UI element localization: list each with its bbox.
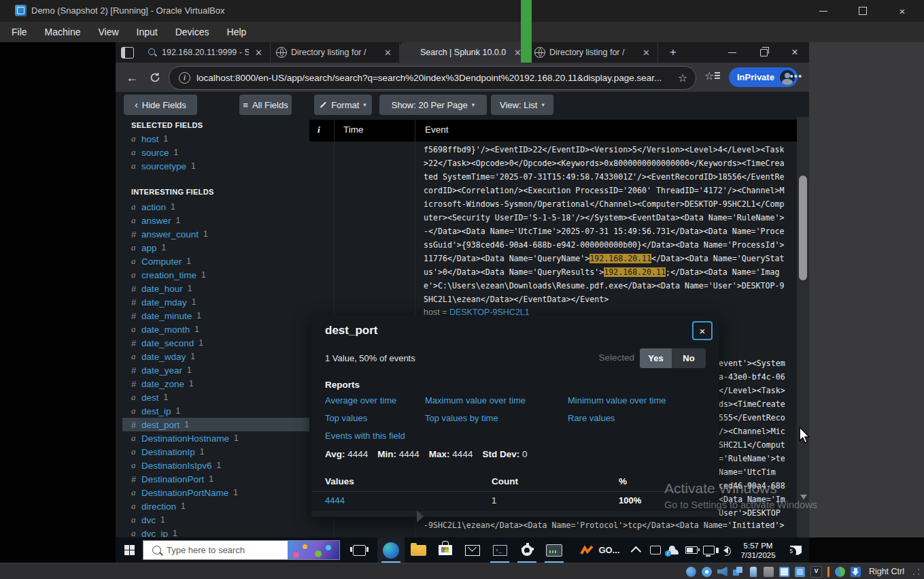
menu-help[interactable]: Help bbox=[218, 22, 256, 42]
selected-no-button[interactable]: No bbox=[672, 348, 706, 368]
browser-tab[interactable]: 192.168.20.11:9999 - Sea✕ bbox=[141, 42, 271, 63]
menu-view[interactable]: View bbox=[89, 22, 127, 42]
taskbar-store-button[interactable] bbox=[432, 537, 459, 563]
taskbar-settings-button[interactable] bbox=[513, 537, 541, 563]
field-link[interactable]: date_year bbox=[141, 365, 182, 376]
field-item-date_zone[interactable]: #date_zone1 bbox=[116, 377, 309, 391]
resize-grip[interactable] bbox=[912, 568, 920, 576]
field-item-date_hour[interactable]: #date_hour1 bbox=[116, 282, 309, 295]
action-center-button[interactable]: 5 bbox=[783, 537, 808, 563]
taskbar-clock[interactable]: 5:57 PM 7/31/2025 bbox=[736, 537, 781, 563]
menu-file[interactable]: File bbox=[3, 22, 36, 42]
scrollbar-thumb[interactable] bbox=[799, 176, 807, 280]
tab-close-icon[interactable]: ✕ bbox=[253, 48, 264, 58]
field-link[interactable]: dest_port bbox=[141, 420, 179, 430]
taskbar-terminal-button[interactable]: ›_ bbox=[486, 537, 513, 563]
field-link[interactable]: date_wday bbox=[141, 352, 186, 362]
audio-icon[interactable] bbox=[717, 567, 728, 577]
field-item-dvc_ip[interactable]: advc_ip1 bbox=[116, 527, 309, 537]
report-link-minimum-value-over-time[interactable]: Minimum value over time bbox=[568, 395, 666, 406]
field-item-app[interactable]: aapp1 bbox=[116, 241, 309, 254]
field-item-date_second[interactable]: #date_second1 bbox=[116, 336, 309, 350]
selected-yes-button[interactable]: Yes bbox=[640, 348, 672, 368]
browser-restore-button[interactable] bbox=[748, 42, 779, 63]
field-item-DestinationIp[interactable]: aDestinationIp1 bbox=[116, 445, 309, 459]
view-mode-button[interactable]: View: List ▾ bbox=[491, 95, 553, 115]
taskbar-go-app-button[interactable]: GO... bbox=[575, 537, 626, 563]
menu-devices[interactable]: Devices bbox=[167, 22, 218, 42]
taskbar-edge-button[interactable] bbox=[377, 537, 405, 563]
taskbar-mail-button[interactable] bbox=[459, 537, 486, 563]
browser-minimize-button[interactable] bbox=[717, 42, 748, 63]
field-link[interactable]: date_second bbox=[141, 338, 194, 348]
tray-volume-icon[interactable] bbox=[717, 537, 734, 563]
field-link[interactable]: host bbox=[141, 134, 159, 144]
field-link[interactable]: source bbox=[141, 148, 169, 158]
browser-tab[interactable]: Directory listing for /✕ bbox=[271, 42, 400, 63]
field-item-source[interactable]: asource1 bbox=[116, 146, 309, 159]
task-view-button[interactable] bbox=[347, 537, 371, 563]
report-link-rare-values[interactable]: Rare values bbox=[568, 413, 615, 423]
field-link[interactable]: dest_ip bbox=[141, 406, 171, 416]
field-item-answer[interactable]: aanswer1 bbox=[116, 214, 309, 227]
field-link[interactable]: DestinationIsIpv6 bbox=[141, 461, 212, 471]
field-item-action[interactable]: aaction1 bbox=[116, 200, 309, 214]
minimize-button[interactable] bbox=[808, 0, 839, 22]
virtualization-features-icon[interactable]: V bbox=[810, 566, 822, 578]
field-link[interactable]: DestinationIp bbox=[141, 447, 195, 457]
mouse-integration-icon[interactable] bbox=[835, 567, 845, 577]
field-link[interactable]: date_minute bbox=[141, 311, 192, 321]
per-page-button[interactable]: Show: 20 Per Page ▾ bbox=[379, 95, 487, 115]
favorites-hub-icon[interactable]: ☆ bbox=[704, 69, 714, 82]
report-link-top-values[interactable]: Top values bbox=[325, 413, 367, 423]
value-link[interactable]: 4444 bbox=[325, 495, 345, 506]
browser-menu-button[interactable]: ••• bbox=[787, 68, 805, 86]
browser-close-button[interactable]: × bbox=[779, 42, 810, 63]
field-link[interactable]: sourcetype bbox=[141, 161, 186, 171]
field-link[interactable]: date_month bbox=[141, 325, 190, 335]
taskbar-monitor-app-button[interactable] bbox=[541, 537, 568, 563]
network-adapter-icon[interactable] bbox=[733, 567, 743, 577]
hide-fields-button[interactable]: ‹ Hide Fields bbox=[124, 95, 197, 115]
format-button[interactable]: Format ▾ bbox=[314, 95, 372, 115]
field-item-date_wday[interactable]: adate_wday1 bbox=[116, 350, 309, 363]
tray-camera-icon[interactable] bbox=[647, 537, 664, 563]
field-link[interactable]: date_mday bbox=[141, 297, 187, 308]
recording-icon[interactable] bbox=[795, 567, 805, 577]
field-link[interactable]: dvc bbox=[141, 515, 156, 525]
field-item-date_year[interactable]: #date_year1 bbox=[116, 363, 309, 377]
taskbar-search-box[interactable]: Type here to search bbox=[143, 540, 340, 560]
field-item-creation_time[interactable]: acreation_time1 bbox=[116, 268, 309, 282]
field-link[interactable]: date_zone bbox=[141, 379, 184, 389]
report-link-average-over-time[interactable]: Average over time bbox=[325, 395, 396, 406]
field-item-answer_count[interactable]: #answer_count1 bbox=[116, 227, 309, 241]
search-highlights-image[interactable] bbox=[288, 541, 339, 559]
hard-disk-icon[interactable] bbox=[686, 567, 696, 577]
favorite-star-icon[interactable]: ☆ bbox=[678, 71, 687, 84]
report-link-top-values-by-time[interactable]: Top values by time bbox=[425, 413, 498, 423]
field-item-date_minute[interactable]: #date_minute1 bbox=[116, 309, 309, 322]
field-link[interactable]: answer bbox=[141, 216, 171, 226]
field-item-DestinationIsIpv6[interactable]: aDestinationIsIpv61 bbox=[116, 459, 309, 472]
field-item-direction[interactable]: adirection1 bbox=[116, 499, 309, 513]
field-link[interactable]: dest bbox=[141, 393, 159, 403]
address-bar[interactable]: i localhost:8000/en-US/app/search/search… bbox=[169, 66, 696, 90]
maximize-button[interactable] bbox=[847, 0, 878, 22]
field-item-date_month[interactable]: adate_month1 bbox=[116, 322, 309, 336]
field-link[interactable]: DestinationPort bbox=[141, 474, 204, 484]
field-link[interactable]: answer_count bbox=[141, 229, 199, 239]
keyboard-capture-icon[interactable] bbox=[851, 567, 861, 577]
field-item-sourcetype[interactable]: asourcetype1 bbox=[116, 159, 309, 173]
shared-folders-icon[interactable] bbox=[764, 567, 774, 577]
menu-machine[interactable]: Machine bbox=[36, 22, 90, 42]
taskbar-explorer-button[interactable] bbox=[405, 537, 432, 563]
field-item-dest_ip[interactable]: adest_ip1 bbox=[116, 404, 309, 418]
tray-battery-icon[interactable] bbox=[683, 537, 700, 563]
field-item-dvc[interactable]: advc1 bbox=[116, 513, 309, 527]
display-icon[interactable] bbox=[779, 567, 789, 577]
field-item-DestinationPortName[interactable]: aDestinationPortName1 bbox=[116, 486, 309, 499]
close-button[interactable]: × bbox=[887, 0, 918, 22]
field-link[interactable]: creation_time bbox=[141, 270, 196, 280]
back-button[interactable]: ← bbox=[122, 68, 141, 87]
field-link[interactable]: dvc_ip bbox=[141, 529, 168, 538]
